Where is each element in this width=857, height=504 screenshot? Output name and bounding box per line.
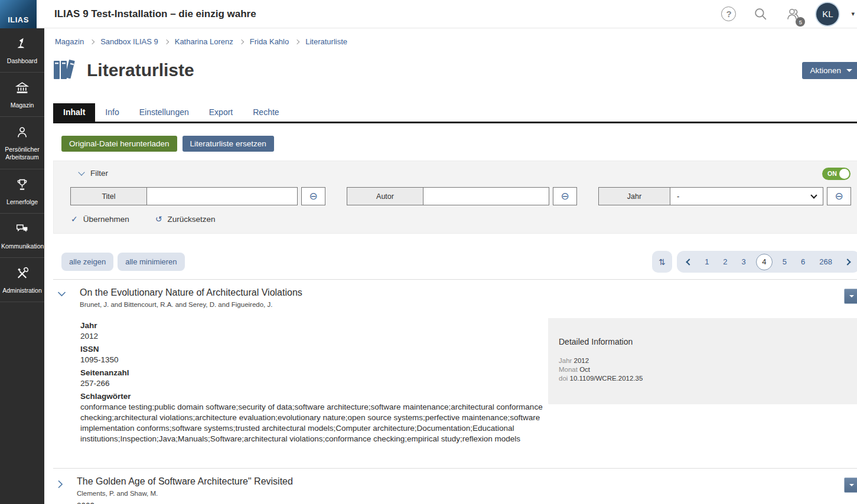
entry-details: Jahr 2012 ISSN 1095-1350 Seitenanzahl 25… xyxy=(80,318,857,444)
reset-filter-button[interactable]: ↺ Zurücksetzen xyxy=(155,214,216,224)
entry-actions-dropdown-button[interactable] xyxy=(844,477,857,493)
toggle-knob xyxy=(839,169,849,179)
list-toolbar: alle zeigen alle minimieren ⇅ 1 2 3 4 5 … xyxy=(53,251,857,273)
check-icon: ✓ xyxy=(71,214,78,224)
sidebar-item-arbeitsraum[interactable]: Persönlicher Arbeitsraum xyxy=(0,117,44,169)
entry-year: 2009 xyxy=(77,501,293,504)
apply-filter-button[interactable]: ✓ Übernehmen xyxy=(71,214,129,224)
entry-title[interactable]: On the Evolutionary Nature of Architectu… xyxy=(80,287,302,298)
caret-down-icon xyxy=(849,295,854,297)
page-number[interactable]: 268 xyxy=(812,257,839,266)
filter-toggle-header[interactable]: Filter xyxy=(79,169,852,178)
entry-title[interactable]: The Golden Age of Software Architecture"… xyxy=(77,476,293,487)
titel-field-label: Titel xyxy=(70,187,147,205)
chevron-right-icon xyxy=(164,39,168,44)
tab-einstellungen[interactable]: Einstellungen xyxy=(129,103,199,122)
next-page-icon[interactable] xyxy=(844,258,851,265)
chevron-right-icon xyxy=(90,39,95,44)
breadcrumb-item[interactable]: Frida Kahlo xyxy=(250,37,289,46)
books-icon xyxy=(53,58,78,83)
jahr-field-label: Jahr xyxy=(598,187,670,205)
detailed-information-panel: Detailed Information Jahr 2012 Monat Oct… xyxy=(548,318,857,404)
field-value: conformance testing;public domain softwa… xyxy=(80,402,548,444)
sidebar-item-magazin[interactable]: Magazin xyxy=(0,73,44,117)
trophy-icon xyxy=(15,184,30,194)
previous-page-icon[interactable] xyxy=(686,258,692,265)
chevron-down-icon xyxy=(810,192,817,198)
apply-filter-label: Übernehmen xyxy=(83,215,129,224)
breadcrumb-item[interactable]: Literaturliste xyxy=(305,37,347,46)
caret-down-icon xyxy=(849,484,854,486)
reset-filter-label: Zurücksetzen xyxy=(168,215,216,224)
contacts-icon[interactable]: 5 xyxy=(784,6,800,22)
sidebar-label: Dashboard xyxy=(1,57,43,65)
page-number[interactable]: 2 xyxy=(716,257,734,266)
filter-title: Filter xyxy=(90,169,108,178)
page-number[interactable]: 1 xyxy=(698,257,716,266)
sidebar-item-kommunikation[interactable]: Kommunikation xyxy=(0,214,44,258)
entry-actions-dropdown-button[interactable] xyxy=(844,289,857,304)
remove-titel-filter-button[interactable]: ⊖ xyxy=(301,187,325,205)
help-icon[interactable]: ? xyxy=(721,6,737,22)
jahr-select[interactable]: - xyxy=(670,187,823,205)
pagination: 1 2 3 4 5 6 268 xyxy=(677,251,857,273)
collapse-all-button[interactable]: alle minimieren xyxy=(118,253,184,271)
page-number[interactable]: 6 xyxy=(794,257,812,266)
current-page-number[interactable]: 4 xyxy=(756,254,773,270)
replace-list-button[interactable]: Literaturliste ersetzen xyxy=(183,136,274,152)
sidebar-item-dashboard[interactable]: Dashboard xyxy=(0,28,44,73)
tab-export[interactable]: Export xyxy=(199,103,243,122)
collapse-entry-icon[interactable] xyxy=(57,291,66,297)
show-all-button[interactable]: alle zeigen xyxy=(61,253,113,271)
page-number[interactable]: 5 xyxy=(775,257,794,266)
remove-autor-filter-button[interactable]: ⊖ xyxy=(553,187,577,205)
entry-authors: Brunet, J. and Bittencourt, R.A. and Ser… xyxy=(80,301,302,308)
panel-row-value: 10.1109/WCRE.2012.35 xyxy=(570,375,643,382)
sidebar-item-lernerfolge[interactable]: Lernerfolge xyxy=(0,169,44,214)
field-label: Seitenanzahl xyxy=(80,368,548,378)
sidebar-label: Administration xyxy=(1,287,43,294)
panel-title: Detailed Information xyxy=(559,337,851,346)
search-icon[interactable] xyxy=(752,6,768,22)
app-title: ILIAS 9 Test-Installation – die einzig w… xyxy=(54,8,256,20)
actions-button-label: Aktionen xyxy=(810,66,841,75)
entry-authors: Clements, P. and Shaw, M. xyxy=(77,490,293,497)
jahr-select-value: - xyxy=(677,192,679,201)
expand-entry-icon[interactable] xyxy=(57,480,63,489)
entry-title-block: On the Evolutionary Nature of Architectu… xyxy=(80,287,302,308)
avatar-initials: KL xyxy=(822,9,833,19)
panel-row-label: Monat xyxy=(559,366,578,373)
panel-row: Monat Oct xyxy=(559,365,851,374)
filter-group-jahr: Jahr - ⊖ xyxy=(598,187,851,205)
main-sidebar: Dashboard Magazin Persönlicher Arbei xyxy=(0,28,44,504)
pagination-area: ⇅ 1 2 3 4 5 6 268 xyxy=(652,251,857,273)
page-number[interactable]: 3 xyxy=(735,257,753,266)
sidebar-item-administration[interactable]: Administration xyxy=(0,258,44,302)
field-value: 257-266 xyxy=(80,378,548,389)
breadcrumb-item[interactable]: Magazin xyxy=(55,37,84,46)
panel-row-value: Oct xyxy=(579,366,590,373)
filter-on-toggle[interactable]: ON xyxy=(822,168,851,180)
actions-button[interactable]: Aktionen xyxy=(802,62,857,79)
topbar-caret-icon[interactable]: ▾ xyxy=(851,10,855,18)
breadcrumb-item[interactable]: Sandbox ILIAS 9 xyxy=(100,37,158,46)
autor-input[interactable] xyxy=(423,187,549,205)
caret-down-icon xyxy=(846,69,852,72)
panel-row-label: Jahr xyxy=(559,357,572,364)
tab-rechte[interactable]: Rechte xyxy=(243,103,289,122)
avatar[interactable]: KL xyxy=(816,3,839,25)
sidebar-label: Magazin xyxy=(1,102,43,109)
remove-jahr-filter-button[interactable]: ⊖ xyxy=(827,187,851,205)
ilias-logo[interactable]: ILIAS xyxy=(0,0,37,28)
sort-button[interactable]: ⇅ xyxy=(652,251,672,273)
tab-bar: Inhalt Info Einstellungen Export Rechte xyxy=(53,103,857,123)
titel-input[interactable] xyxy=(147,187,298,205)
field-value: 2012 xyxy=(80,331,548,342)
tab-inhalt[interactable]: Inhalt xyxy=(53,103,95,122)
panel-row: doi 10.1109/WCRE.2012.35 xyxy=(559,374,851,383)
download-original-button[interactable]: Original-Datei herunterladen xyxy=(61,136,177,152)
tab-info[interactable]: Info xyxy=(95,103,129,122)
breadcrumb-item[interactable]: Katharina Lorenz xyxy=(175,37,233,46)
autor-field-label: Autor xyxy=(347,187,423,205)
contacts-badge: 5 xyxy=(796,17,805,27)
